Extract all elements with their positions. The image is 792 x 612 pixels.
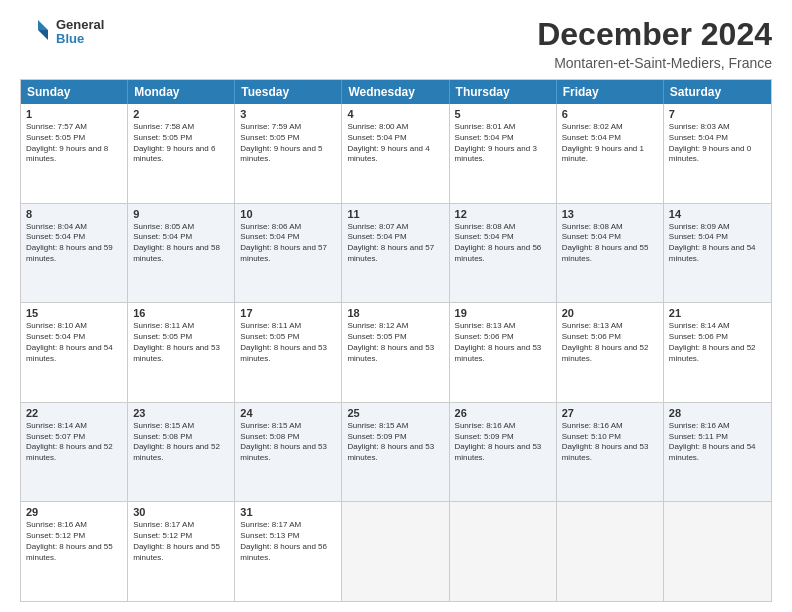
cell-info: Sunrise: 8:13 AMSunset: 5:06 PMDaylight:… bbox=[455, 321, 551, 364]
day-number: 8 bbox=[26, 208, 122, 220]
cell-info: Sunrise: 8:02 AMSunset: 5:04 PMDaylight:… bbox=[562, 122, 658, 165]
calendar-cell: 2Sunrise: 7:58 AMSunset: 5:05 PMDaylight… bbox=[128, 104, 235, 203]
calendar-header: SundayMondayTuesdayWednesdayThursdayFrid… bbox=[21, 80, 771, 104]
day-number: 5 bbox=[455, 108, 551, 120]
cell-info: Sunrise: 8:04 AMSunset: 5:04 PMDaylight:… bbox=[26, 222, 122, 265]
calendar-cell: 31Sunrise: 8:17 AMSunset: 5:13 PMDayligh… bbox=[235, 502, 342, 601]
calendar-cell: 9Sunrise: 8:05 AMSunset: 5:04 PMDaylight… bbox=[128, 204, 235, 303]
day-number: 11 bbox=[347, 208, 443, 220]
cell-info: Sunrise: 8:03 AMSunset: 5:04 PMDaylight:… bbox=[669, 122, 766, 165]
day-number: 29 bbox=[26, 506, 122, 518]
calendar-cell: 26Sunrise: 8:16 AMSunset: 5:09 PMDayligh… bbox=[450, 403, 557, 502]
day-number: 15 bbox=[26, 307, 122, 319]
logo-icon bbox=[20, 16, 52, 48]
main-title: December 2024 bbox=[537, 16, 772, 53]
calendar: SundayMondayTuesdayWednesdayThursdayFrid… bbox=[20, 79, 772, 602]
cell-info: Sunrise: 8:13 AMSunset: 5:06 PMDaylight:… bbox=[562, 321, 658, 364]
cell-info: Sunrise: 8:11 AMSunset: 5:05 PMDaylight:… bbox=[240, 321, 336, 364]
day-number: 19 bbox=[455, 307, 551, 319]
cell-info: Sunrise: 8:06 AMSunset: 5:04 PMDaylight:… bbox=[240, 222, 336, 265]
day-number: 30 bbox=[133, 506, 229, 518]
calendar-cell bbox=[342, 502, 449, 601]
page: General Blue December 2024 Montaren-et-S… bbox=[0, 0, 792, 612]
cell-info: Sunrise: 8:16 AMSunset: 5:12 PMDaylight:… bbox=[26, 520, 122, 563]
day-number: 20 bbox=[562, 307, 658, 319]
logo-line2: Blue bbox=[56, 32, 104, 46]
calendar-cell: 23Sunrise: 8:15 AMSunset: 5:08 PMDayligh… bbox=[128, 403, 235, 502]
day-number: 7 bbox=[669, 108, 766, 120]
calendar-cell: 16Sunrise: 8:11 AMSunset: 5:05 PMDayligh… bbox=[128, 303, 235, 402]
calendar-cell: 17Sunrise: 8:11 AMSunset: 5:05 PMDayligh… bbox=[235, 303, 342, 402]
cell-info: Sunrise: 7:57 AMSunset: 5:05 PMDaylight:… bbox=[26, 122, 122, 165]
cell-info: Sunrise: 8:15 AMSunset: 5:09 PMDaylight:… bbox=[347, 421, 443, 464]
day-number: 25 bbox=[347, 407, 443, 419]
day-number: 16 bbox=[133, 307, 229, 319]
calendar-cell: 18Sunrise: 8:12 AMSunset: 5:05 PMDayligh… bbox=[342, 303, 449, 402]
cell-info: Sunrise: 8:00 AMSunset: 5:04 PMDaylight:… bbox=[347, 122, 443, 165]
calendar-cell: 22Sunrise: 8:14 AMSunset: 5:07 PMDayligh… bbox=[21, 403, 128, 502]
cell-info: Sunrise: 8:12 AMSunset: 5:05 PMDaylight:… bbox=[347, 321, 443, 364]
subtitle: Montaren-et-Saint-Mediers, France bbox=[537, 55, 772, 71]
header-day-friday: Friday bbox=[557, 80, 664, 104]
cell-info: Sunrise: 8:16 AMSunset: 5:09 PMDaylight:… bbox=[455, 421, 551, 464]
header-day-sunday: Sunday bbox=[21, 80, 128, 104]
calendar-cell: 10Sunrise: 8:06 AMSunset: 5:04 PMDayligh… bbox=[235, 204, 342, 303]
calendar-week-5: 29Sunrise: 8:16 AMSunset: 5:12 PMDayligh… bbox=[21, 502, 771, 601]
calendar-cell: 4Sunrise: 8:00 AMSunset: 5:04 PMDaylight… bbox=[342, 104, 449, 203]
cell-info: Sunrise: 8:01 AMSunset: 5:04 PMDaylight:… bbox=[455, 122, 551, 165]
day-number: 13 bbox=[562, 208, 658, 220]
calendar-cell bbox=[450, 502, 557, 601]
header-day-thursday: Thursday bbox=[450, 80, 557, 104]
calendar-cell: 19Sunrise: 8:13 AMSunset: 5:06 PMDayligh… bbox=[450, 303, 557, 402]
calendar-week-4: 22Sunrise: 8:14 AMSunset: 5:07 PMDayligh… bbox=[21, 403, 771, 503]
cell-info: Sunrise: 8:16 AMSunset: 5:11 PMDaylight:… bbox=[669, 421, 766, 464]
day-number: 4 bbox=[347, 108, 443, 120]
header-day-monday: Monday bbox=[128, 80, 235, 104]
logo: General Blue bbox=[20, 16, 104, 48]
calendar-week-1: 1Sunrise: 7:57 AMSunset: 5:05 PMDaylight… bbox=[21, 104, 771, 204]
header-day-wednesday: Wednesday bbox=[342, 80, 449, 104]
header: General Blue December 2024 Montaren-et-S… bbox=[20, 16, 772, 71]
day-number: 24 bbox=[240, 407, 336, 419]
cell-info: Sunrise: 8:14 AMSunset: 5:07 PMDaylight:… bbox=[26, 421, 122, 464]
cell-info: Sunrise: 8:16 AMSunset: 5:10 PMDaylight:… bbox=[562, 421, 658, 464]
calendar-cell: 3Sunrise: 7:59 AMSunset: 5:05 PMDaylight… bbox=[235, 104, 342, 203]
calendar-cell: 14Sunrise: 8:09 AMSunset: 5:04 PMDayligh… bbox=[664, 204, 771, 303]
calendar-cell: 1Sunrise: 7:57 AMSunset: 5:05 PMDaylight… bbox=[21, 104, 128, 203]
cell-info: Sunrise: 8:15 AMSunset: 5:08 PMDaylight:… bbox=[133, 421, 229, 464]
calendar-cell: 30Sunrise: 8:17 AMSunset: 5:12 PMDayligh… bbox=[128, 502, 235, 601]
day-number: 10 bbox=[240, 208, 336, 220]
day-number: 21 bbox=[669, 307, 766, 319]
day-number: 1 bbox=[26, 108, 122, 120]
cell-info: Sunrise: 8:10 AMSunset: 5:04 PMDaylight:… bbox=[26, 321, 122, 364]
day-number: 28 bbox=[669, 407, 766, 419]
cell-info: Sunrise: 8:05 AMSunset: 5:04 PMDaylight:… bbox=[133, 222, 229, 265]
calendar-cell: 21Sunrise: 8:14 AMSunset: 5:06 PMDayligh… bbox=[664, 303, 771, 402]
svg-marker-0 bbox=[38, 20, 48, 30]
day-number: 9 bbox=[133, 208, 229, 220]
day-number: 17 bbox=[240, 307, 336, 319]
cell-info: Sunrise: 8:11 AMSunset: 5:05 PMDaylight:… bbox=[133, 321, 229, 364]
day-number: 26 bbox=[455, 407, 551, 419]
cell-info: Sunrise: 7:58 AMSunset: 5:05 PMDaylight:… bbox=[133, 122, 229, 165]
calendar-cell: 29Sunrise: 8:16 AMSunset: 5:12 PMDayligh… bbox=[21, 502, 128, 601]
calendar-cell: 5Sunrise: 8:01 AMSunset: 5:04 PMDaylight… bbox=[450, 104, 557, 203]
calendar-cell: 28Sunrise: 8:16 AMSunset: 5:11 PMDayligh… bbox=[664, 403, 771, 502]
calendar-cell: 12Sunrise: 8:08 AMSunset: 5:04 PMDayligh… bbox=[450, 204, 557, 303]
calendar-cell: 11Sunrise: 8:07 AMSunset: 5:04 PMDayligh… bbox=[342, 204, 449, 303]
day-number: 22 bbox=[26, 407, 122, 419]
calendar-cell: 25Sunrise: 8:15 AMSunset: 5:09 PMDayligh… bbox=[342, 403, 449, 502]
calendar-cell: 13Sunrise: 8:08 AMSunset: 5:04 PMDayligh… bbox=[557, 204, 664, 303]
day-number: 27 bbox=[562, 407, 658, 419]
header-day-tuesday: Tuesday bbox=[235, 80, 342, 104]
cell-info: Sunrise: 8:08 AMSunset: 5:04 PMDaylight:… bbox=[562, 222, 658, 265]
cell-info: Sunrise: 8:17 AMSunset: 5:12 PMDaylight:… bbox=[133, 520, 229, 563]
calendar-week-3: 15Sunrise: 8:10 AMSunset: 5:04 PMDayligh… bbox=[21, 303, 771, 403]
day-number: 14 bbox=[669, 208, 766, 220]
cell-info: Sunrise: 8:17 AMSunset: 5:13 PMDaylight:… bbox=[240, 520, 336, 563]
day-number: 31 bbox=[240, 506, 336, 518]
calendar-cell: 27Sunrise: 8:16 AMSunset: 5:10 PMDayligh… bbox=[557, 403, 664, 502]
logo-text: General Blue bbox=[56, 18, 104, 47]
calendar-cell: 8Sunrise: 8:04 AMSunset: 5:04 PMDaylight… bbox=[21, 204, 128, 303]
day-number: 23 bbox=[133, 407, 229, 419]
